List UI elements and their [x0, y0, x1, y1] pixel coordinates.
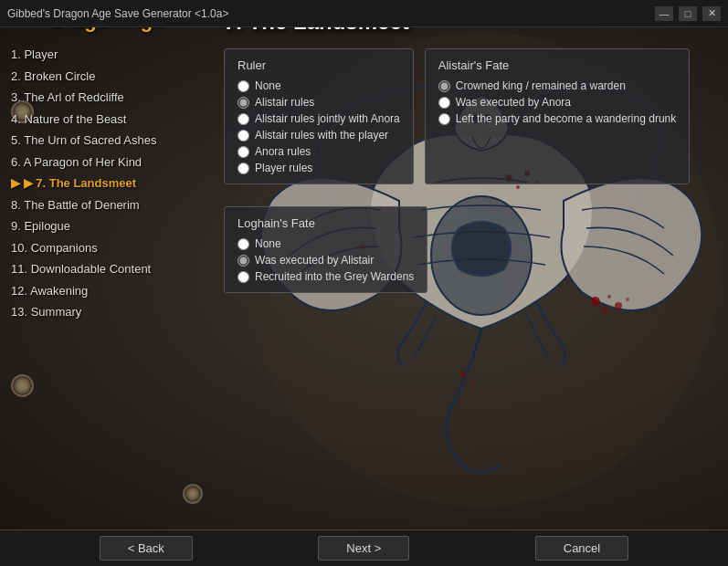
- radio-label-none: None: [255, 79, 281, 92]
- radio-group-alistair-fate: Crowned king / remained a wardenWas exec…: [438, 79, 677, 125]
- back-button[interactable]: < Back: [100, 536, 193, 561]
- radio-input-none[interactable]: [237, 80, 249, 92]
- panel-alistair-fate: Alistair's FateCrowned king / remained a…: [425, 48, 691, 184]
- radio-label-alistair-anora: Alistair rules jointly with Anora: [255, 112, 400, 125]
- radio-input-grey-wardens[interactable]: [237, 271, 249, 283]
- radio-item-executed-alistair[interactable]: Was executed by Alistair: [237, 254, 414, 267]
- cancel-button[interactable]: Cancel: [535, 536, 628, 561]
- next-button[interactable]: Next >: [318, 536, 409, 561]
- panel-title-alistair-fate: Alistair's Fate: [438, 58, 677, 72]
- radio-item-alistair-player[interactable]: Alistair rules with the player: [237, 129, 400, 142]
- radio-item-none[interactable]: None: [237, 237, 414, 250]
- sidebar: Dragon Age 1. Player2. Broken Circle3. T…: [0, 0, 215, 566]
- sidebar-item-companions[interactable]: 10. Companions: [7, 237, 207, 259]
- title-bar: Gibbed's Dragon Age Save Generator <1.0a…: [0, 0, 728, 27]
- sidebar-item-dlc[interactable]: 11. Downloadable Content: [7, 258, 207, 280]
- radio-item-crowned-king[interactable]: Crowned king / remained a warden: [438, 79, 677, 92]
- close-button[interactable]: ✕: [702, 6, 721, 21]
- radio-label-wandering-drunk: Left the party and become a wandering dr…: [456, 112, 677, 125]
- radio-group-ruler: NoneAlistair rulesAlistair rules jointly…: [237, 79, 400, 174]
- sidebar-item-arl-redcliffe[interactable]: 3. The Arl of Redcliffe: [7, 87, 207, 109]
- radio-input-alistair-anora[interactable]: [237, 113, 249, 125]
- radio-label-alistair-player: Alistair rules with the player: [255, 129, 388, 142]
- title-bar-text: Gibbed's Dragon Age Save Generator <1.0a…: [7, 7, 228, 20]
- sidebar-item-nature-beast[interactable]: 4. Nature of the Beast: [7, 109, 207, 131]
- radio-item-grey-wardens[interactable]: Recruited into the Grey Wardens: [237, 270, 414, 283]
- title-bar-controls: — □ ✕: [655, 6, 721, 21]
- sidebar-item-battle-denerim[interactable]: 8. The Battle of Denerim: [7, 194, 207, 216]
- radio-item-alistair-rules[interactable]: Alistair rules: [237, 96, 400, 109]
- radio-item-anora-rules[interactable]: Anora rules: [237, 145, 400, 158]
- radio-item-none[interactable]: None: [237, 79, 400, 92]
- radio-input-alistair-player[interactable]: [237, 130, 249, 142]
- panels-row: RulerNoneAlistair rulesAlistair rules jo…: [224, 48, 719, 304]
- radio-input-anora-rules[interactable]: [237, 146, 249, 158]
- radio-item-player-rules[interactable]: Player rules: [237, 162, 400, 174]
- radio-label-grey-wardens: Recruited into the Grey Wardens: [255, 270, 414, 283]
- sidebar-item-awakening[interactable]: 12. Awakening: [7, 280, 207, 302]
- radio-label-alistair-rules: Alistair rules: [255, 96, 314, 109]
- radio-input-crowned-king[interactable]: [438, 80, 450, 92]
- maximize-button[interactable]: □: [679, 6, 697, 21]
- minimize-button[interactable]: —: [655, 6, 673, 21]
- radio-label-anora-rules: Anora rules: [255, 145, 311, 158]
- bottom-bar: < Back Next > Cancel: [0, 529, 728, 566]
- sidebar-item-landsmeet[interactable]: ▶ 7. The Landsmeet: [7, 173, 207, 194]
- radio-input-wandering-drunk[interactable]: [438, 113, 450, 125]
- panel-title-ruler: Ruler: [237, 58, 400, 72]
- radio-label-executed-anora: Was executed by Anora: [456, 96, 571, 109]
- radio-label-crowned-king: Crowned king / remained a warden: [456, 79, 626, 92]
- panel-title-loghain-fate: Loghain's Fate: [237, 216, 414, 230]
- radio-label-player-rules: Player rules: [255, 162, 312, 174]
- panel-loghain-fate: Loghain's FateNoneWas executed by Alista…: [224, 206, 427, 293]
- sidebar-item-urn-ashes[interactable]: 5. The Urn of Sacred Ashes: [7, 130, 207, 152]
- radio-item-executed-anora[interactable]: Was executed by Anora: [438, 96, 677, 109]
- radio-item-wandering-drunk[interactable]: Left the party and become a wandering dr…: [438, 112, 677, 125]
- radio-input-alistair-rules[interactable]: [237, 97, 249, 109]
- radio-group-loghain-fate: NoneWas executed by AlistairRecruited in…: [237, 237, 414, 283]
- panel-ruler: RulerNoneAlistair rulesAlistair rules jo…: [224, 48, 414, 184]
- radio-input-executed-anora[interactable]: [438, 97, 450, 109]
- radio-item-alistair-anora[interactable]: Alistair rules jointly with Anora: [237, 112, 400, 125]
- sidebar-item-broken-circle[interactable]: 2. Broken Circle: [7, 66, 207, 88]
- sidebar-item-summary[interactable]: 13. Summary: [7, 301, 207, 323]
- radio-label-none: None: [255, 237, 281, 250]
- main-content: 7. The Landsmeet RulerNoneAlistair rules…: [215, 0, 728, 566]
- radio-input-player-rules[interactable]: [237, 162, 249, 174]
- sidebar-item-epilogue[interactable]: 9. Epilogue: [7, 215, 207, 237]
- radio-input-executed-alistair[interactable]: [237, 255, 249, 267]
- sidebar-item-paragon[interactable]: 6. A Paragon of Her Kind: [7, 152, 207, 173]
- radio-label-executed-alistair: Was executed by Alistair: [255, 254, 374, 267]
- nav-list: 1. Player2. Broken Circle3. The Arl of R…: [7, 44, 207, 323]
- radio-input-none[interactable]: [237, 238, 249, 250]
- sidebar-item-player[interactable]: 1. Player: [7, 44, 207, 66]
